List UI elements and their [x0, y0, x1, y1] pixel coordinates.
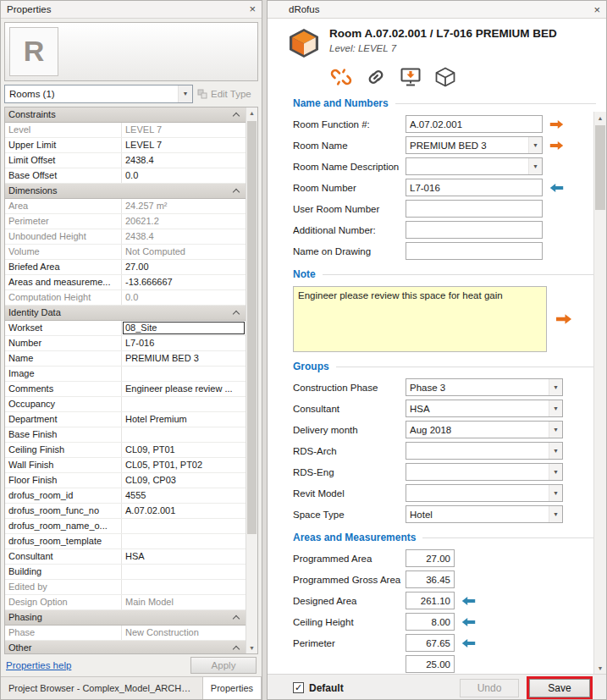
dropdown-revit-model[interactable]: ▼: [406, 484, 563, 502]
input-room-function[interactable]: [406, 115, 543, 133]
section-header-constraints[interactable]: Constraints: [5, 107, 246, 123]
pull-arrow-icon[interactable]: [549, 183, 565, 193]
collapse-chevron-icon: [233, 113, 240, 119]
drofus-scrollbar[interactable]: ▲ ▼: [593, 112, 606, 674]
input-user-room-number[interactable]: [406, 200, 543, 218]
type-selector[interactable]: R: [4, 22, 258, 81]
section-title: Identity Data: [8, 307, 61, 317]
property-row: PhaseNew Construction: [5, 626, 246, 641]
property-value[interactable]: 08_Site: [122, 321, 246, 335]
apply-button[interactable]: Apply: [190, 657, 257, 674]
property-value[interactable]: PREMIUM BED 3: [122, 351, 246, 366]
section-header-identity-data[interactable]: Identity Data: [5, 306, 246, 321]
field-row: Room Name Description▼: [293, 157, 598, 175]
field-row: Room Number: [293, 179, 598, 196]
default-checkbox[interactable]: ✓: [293, 682, 304, 693]
tab-project-browser[interactable]: Project Browser - Complex_Model_ARCH_Wi.…: [1, 677, 203, 699]
property-row: drofus_room_name_o...: [5, 519, 246, 534]
field-row: Delivery monthAug 2018▼: [293, 421, 598, 438]
save-button[interactable]: Save: [529, 679, 590, 697]
input-designed-area[interactable]: [406, 592, 455, 609]
property-label: Department: [5, 412, 122, 427]
property-value[interactable]: 2438.4: [122, 153, 246, 168]
properties-panel: Properties × R Rooms (1) ▼ Edit Type Con…: [0, 0, 262, 700]
close-icon[interactable]: ×: [249, 3, 256, 14]
pull-arrow-icon[interactable]: [461, 596, 477, 606]
property-value[interactable]: 27.00: [122, 260, 246, 274]
close-icon[interactable]: ×: [593, 4, 600, 15]
dropdown-consultant[interactable]: HSA▼: [406, 400, 563, 417]
tab-properties[interactable]: Properties: [203, 677, 262, 699]
input-field[interactable]: [406, 655, 455, 673]
property-value[interactable]: LEVEL 7: [122, 138, 246, 152]
section-header-other[interactable]: Other: [5, 641, 246, 654]
field-row: Programmed Area: [293, 549, 598, 567]
input-perimeter[interactable]: [406, 634, 455, 652]
dropdown-rds-arch[interactable]: ▼: [406, 442, 563, 460]
push-arrow-icon[interactable]: [549, 141, 565, 151]
section-heading-areas: Areas and Measurements: [293, 532, 596, 543]
property-value[interactable]: 0.0: [122, 168, 246, 183]
property-value[interactable]: [122, 427, 246, 442]
property-value[interactable]: [122, 519, 246, 533]
properties-help-link[interactable]: Properties help: [6, 660, 71, 670]
property-label: Base Finish: [5, 427, 122, 442]
input-programmed-gross-area[interactable]: [406, 570, 455, 588]
pull-arrow-icon[interactable]: [461, 638, 477, 648]
undo-button[interactable]: Undo: [460, 679, 519, 697]
property-value[interactable]: CL09, PT01: [122, 443, 246, 457]
push-arrow-icon[interactable]: [549, 119, 565, 130]
property-value[interactable]: A.07.02.001: [122, 504, 246, 518]
property-label: Building: [5, 565, 122, 579]
property-value[interactable]: Hotel Premium: [122, 412, 246, 427]
field-label-room-name-description: Room Name Description: [293, 162, 406, 172]
dropdown-room-name-description[interactable]: ▼: [406, 157, 543, 175]
type-filter-dropdown[interactable]: Rooms (1) ▼: [4, 85, 193, 103]
property-label: Name: [5, 351, 122, 366]
screen-sync-icon[interactable]: [399, 65, 422, 89]
property-value[interactable]: HSA: [122, 549, 246, 564]
dropdown-room-name[interactable]: PREMIUM BED 3▼: [406, 136, 543, 154]
field-row: Programmed Gross Area: [293, 570, 598, 588]
property-value[interactable]: [122, 565, 246, 579]
scrollbar-thumb[interactable]: [595, 125, 605, 210]
property-value[interactable]: 4555: [122, 488, 246, 503]
input-additional-number[interactable]: [406, 221, 543, 239]
scroll-up-arrow-icon[interactable]: ▲: [594, 112, 606, 124]
input-ceiling-height[interactable]: [406, 613, 455, 631]
dropdown-rds-eng[interactable]: ▼: [406, 463, 563, 481]
scroll-down-arrow-icon[interactable]: ▼: [246, 642, 257, 653]
input-name-on-drawing[interactable]: [406, 242, 543, 260]
property-label: Perimeter: [5, 214, 122, 229]
section-header-phasing[interactable]: Phasing: [5, 610, 246, 626]
property-value[interactable]: [122, 397, 246, 411]
cube-icon[interactable]: [433, 65, 457, 89]
scroll-up-arrow-icon[interactable]: ▲: [246, 107, 257, 119]
property-value[interactable]: CL05, PT01, PT02: [122, 458, 246, 472]
property-value[interactable]: -13.666667: [122, 275, 246, 289]
property-value[interactable]: L7-016: [122, 336, 246, 350]
input-programmed-area[interactable]: [406, 549, 455, 567]
section-header-dimensions[interactable]: Dimensions: [5, 184, 246, 199]
note-textarea[interactable]: [293, 286, 547, 352]
broken-link-icon[interactable]: [329, 65, 353, 89]
dropdown-construction-phase[interactable]: Phase 3▼: [406, 378, 563, 396]
properties-title: Properties: [7, 4, 51, 14]
property-label: Briefed Area: [5, 260, 122, 274]
input-room-number[interactable]: [406, 179, 543, 196]
chevron-down-icon: ▼: [549, 443, 562, 459]
property-value[interactable]: [122, 367, 246, 381]
dropdown-delivery-month[interactable]: Aug 2018▼: [406, 421, 563, 438]
property-value[interactable]: Engineer please review ...: [122, 382, 246, 396]
dropdown-space-type[interactable]: Hotel▼: [406, 505, 563, 523]
pull-arrow-icon[interactable]: [461, 617, 477, 627]
push-arrow-icon[interactable]: [555, 313, 573, 325]
edit-type-label: Edit Type: [211, 89, 251, 99]
properties-scrollbar[interactable]: ▲ ▼: [246, 107, 257, 653]
property-value[interactable]: CL09, CP03: [122, 473, 246, 488]
edit-type-button[interactable]: Edit Type: [197, 85, 258, 103]
link-icon[interactable]: [364, 65, 388, 89]
scroll-down-arrow-icon[interactable]: ▼: [594, 662, 606, 674]
property-value[interactable]: [122, 534, 246, 548]
scrollbar-thumb[interactable]: [247, 121, 257, 534]
